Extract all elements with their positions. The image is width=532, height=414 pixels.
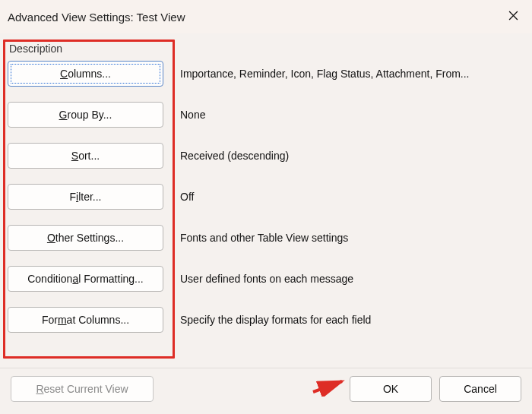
close-button[interactable] <box>497 5 529 29</box>
sort-button[interactable]: Sort... <box>8 143 163 169</box>
reset-current-view-button: Reset Current View <box>11 376 154 402</box>
other-settings-button[interactable]: Other Settings... <box>8 225 163 251</box>
columns-description: Importance, Reminder, Icon, Flag Status,… <box>180 68 524 80</box>
filter-description: Off <box>180 191 524 203</box>
format-columns-button[interactable]: Format Columns... <box>8 307 163 333</box>
group-by-button[interactable]: Group By... <box>8 102 163 128</box>
group-by-description: None <box>180 109 524 121</box>
conditional-formatting-button[interactable]: Conditional Formatting... <box>8 266 163 292</box>
cancel-button[interactable]: Cancel <box>439 376 521 402</box>
conditional-formatting-description: User defined fonts on each message <box>180 273 524 285</box>
format-columns-description: Specify the display formats for each fie… <box>180 314 524 326</box>
close-icon <box>508 11 518 23</box>
description-label: Description <box>9 43 524 55</box>
ok-button[interactable]: OK <box>350 376 432 402</box>
other-settings-description: Fonts and other Table View settings <box>180 232 524 244</box>
filter-button[interactable]: Filter... <box>8 184 163 210</box>
dialog-title: Advanced View Settings: Test View <box>8 11 497 24</box>
columns-button[interactable]: Columns... <box>8 61 163 87</box>
sort-description: Received (descending) <box>180 150 524 162</box>
